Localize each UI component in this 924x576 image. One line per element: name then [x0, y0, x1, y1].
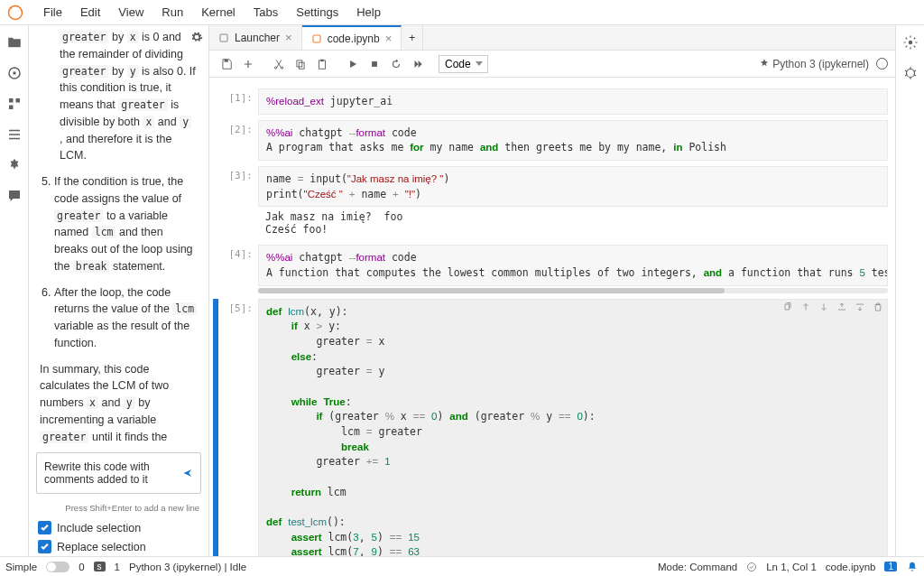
replace-selection-row[interactable]: Replace selection [29, 537, 208, 556]
cell-type-select[interactable]: Code [439, 55, 488, 73]
menu-help[interactable]: Help [347, 4, 390, 21]
menu-run[interactable]: Run [152, 4, 192, 21]
cell-output: Jak masz na imię? foo Cześć foo! [258, 207, 888, 239]
trusted-icon[interactable] [746, 562, 757, 572]
cell-4[interactable]: [4]:%%ai chatgpt --format code A functio… [213, 245, 888, 293]
paste-button[interactable] [312, 54, 332, 74]
prompt: [3]: [218, 166, 258, 239]
cell-toolbar [782, 302, 883, 312]
notification-count[interactable]: 1 [884, 562, 897, 571]
menu-view[interactable]: View [109, 4, 152, 21]
stop-button[interactable] [365, 54, 384, 74]
move-up-icon[interactable] [800, 302, 811, 312]
notebook-toolbar: Code Python 3 (ipykernel) [209, 51, 895, 78]
folder-icon[interactable] [6, 34, 23, 51]
svg-point-1 [10, 6, 12, 8]
notebook[interactable]: [1]:%reload_ext jupyter_ai[2]:%%ai chatg… [209, 78, 895, 556]
mode-status: Mode: Command [658, 562, 737, 572]
cell-input[interactable]: %%ai chatgpt --format code A function th… [258, 245, 888, 285]
prompt: [2]: [218, 120, 258, 161]
save-button[interactable] [217, 54, 236, 74]
menu-kernel[interactable]: Kernel [192, 4, 245, 21]
svg-point-11 [281, 66, 282, 68]
svg-rect-14 [319, 60, 326, 68]
tab-label: Launcher [235, 32, 280, 44]
checkbox-checked-icon[interactable] [38, 521, 51, 534]
cell-3[interactable]: [3]:name = input("Jak masz na imię? ") p… [213, 166, 888, 239]
simple-toggle[interactable] [46, 562, 69, 572]
cell-input[interactable]: def lcm(x, y): if x > y: greater = x els… [258, 299, 888, 556]
debugger-icon[interactable] [902, 65, 919, 81]
commands-icon[interactable] [6, 96, 23, 112]
explain-step-5: If the condition is true, the code assig… [54, 173, 198, 275]
svg-point-17 [908, 41, 912, 45]
terminal-count: 1 [115, 562, 120, 572]
menu-tabs[interactable]: Tabs [245, 4, 287, 21]
chat-hint: Press Shift+Enter to add a new line [29, 501, 208, 518]
cursor-position: Ln 1, Col 1 [766, 562, 817, 572]
property-inspector-icon[interactable] [902, 34, 919, 51]
cut-button[interactable] [269, 54, 289, 74]
svg-point-10 [274, 66, 276, 68]
checkbox-checked-icon[interactable] [38, 540, 51, 553]
insert-above-icon[interactable] [836, 302, 847, 312]
menu-settings[interactable]: Settings [287, 4, 347, 21]
svg-rect-12 [297, 60, 302, 66]
run-button[interactable] [343, 54, 363, 74]
workarea: Launcher×code.ipynb× + Code Python 3 (ip… [209, 25, 895, 556]
menu-edit[interactable]: Edit [71, 4, 109, 21]
insert-below-icon[interactable] [855, 302, 865, 312]
close-icon[interactable]: × [285, 31, 292, 44]
bell-icon[interactable] [906, 561, 919, 573]
insert-cell-button[interactable] [238, 54, 258, 74]
tab-label: code.ipynb [328, 33, 380, 45]
restart-run-all-button[interactable] [408, 54, 428, 74]
tabbar: Launcher×code.ipynb× + [209, 25, 895, 51]
restart-button[interactable] [386, 54, 406, 74]
kernel-status-icon[interactable] [876, 58, 888, 70]
include-selection-row[interactable]: Include selection [29, 518, 208, 537]
sessions-badge[interactable]: s [94, 562, 106, 571]
extension-icon[interactable] [6, 157, 23, 173]
svg-point-19 [748, 562, 756, 571]
toc-icon[interactable] [6, 126, 23, 143]
launcher-icon [218, 33, 229, 43]
cell-input[interactable]: name = input("Jak masz na imię? ") print… [258, 166, 888, 207]
left-activity-bar [0, 25, 29, 556]
file-name-status: code.ipynb [826, 562, 876, 572]
horizontal-scrollbar[interactable] [258, 288, 888, 293]
ai-side-panel: greater by x is 0 and the remainder of d… [29, 25, 209, 556]
tab-launcher[interactable]: Launcher× [209, 25, 302, 50]
running-icon[interactable] [6, 65, 23, 81]
svg-rect-16 [372, 61, 377, 67]
kernel-name[interactable]: Python 3 (ipykernel) [772, 58, 869, 70]
right-activity-bar [895, 25, 924, 556]
cell-2[interactable]: [2]:%%ai chatgpt --format code A program… [213, 120, 888, 161]
chat-input[interactable]: Rewrite this code with comments added to… [36, 452, 201, 494]
menu-file[interactable]: File [34, 4, 71, 21]
cell-1[interactable]: [1]:%reload_ext jupyter_ai [213, 88, 888, 115]
svg-rect-6 [9, 106, 14, 110]
kernel-status[interactable]: Python 3 (ipykernel) | Idle [129, 562, 246, 572]
chat-icon[interactable] [6, 188, 23, 204]
svg-rect-9 [225, 59, 228, 61]
svg-rect-5 [15, 98, 20, 103]
send-icon[interactable] [182, 465, 193, 481]
svg-rect-3 [13, 72, 15, 75]
move-down-icon[interactable] [818, 302, 829, 312]
jupyternaut-icon[interactable] [758, 58, 771, 70]
svg-point-18 [906, 70, 914, 78]
copy-button[interactable] [291, 54, 310, 74]
tab-code-ipynb[interactable]: code.ipynb× [302, 25, 402, 50]
delete-icon[interactable] [873, 302, 883, 312]
cell-input[interactable]: %reload_ext jupyter_ai [258, 88, 888, 115]
close-icon[interactable]: × [385, 32, 393, 45]
cell-input[interactable]: %%ai chatgpt --format code A program tha… [258, 120, 888, 161]
svg-rect-13 [299, 62, 304, 69]
new-tab-button[interactable]: + [402, 25, 423, 50]
cell-5[interactable]: [5]:def lcm(x, y): if x > y: greater = x… [213, 299, 888, 556]
explanation-text: greater by x is 0 and the remainder of d… [29, 25, 208, 445]
prompt: [1]: [218, 88, 258, 115]
duplicate-icon[interactable] [782, 302, 793, 312]
svg-rect-8 [313, 35, 320, 42]
